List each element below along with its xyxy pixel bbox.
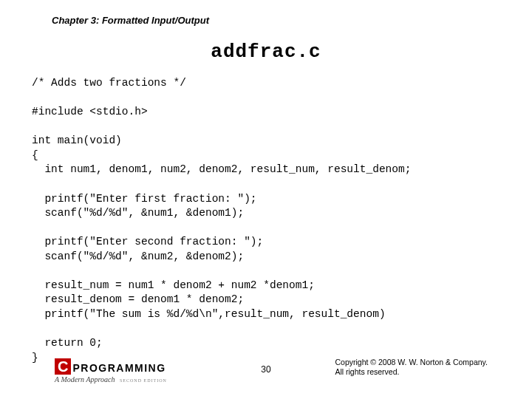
logo-subtitle: A Modern Approach SECOND EDITION — [55, 375, 167, 383]
logo-edition: SECOND EDITION — [120, 378, 167, 383]
chapter-header: Chapter 3: Formatted Input/Output — [52, 15, 209, 26]
copyright-line1: Copyright © 2008 W. W. Norton & Company. — [335, 358, 488, 368]
logo-subtitle-text: A Modern Approach — [55, 375, 115, 383]
book-logo: C PROGRAMMING A Modern Approach SECOND E… — [55, 358, 167, 383]
copyright-line2: All rights reserved. — [335, 367, 488, 378]
copyright: Copyright © 2008 W. W. Norton & Company.… — [335, 358, 488, 378]
logo-main: C PROGRAMMING — [55, 358, 167, 375]
code-block: /* Adds two fractions */ #include <stdio… — [32, 76, 532, 365]
logo-c-badge: C — [55, 358, 71, 375]
logo-text: PROGRAMMING — [72, 362, 166, 374]
code-title: addfrac.c — [0, 41, 532, 63]
page-number: 30 — [261, 364, 270, 375]
footer: C PROGRAMMING A Modern Approach SECOND E… — [0, 352, 532, 388]
